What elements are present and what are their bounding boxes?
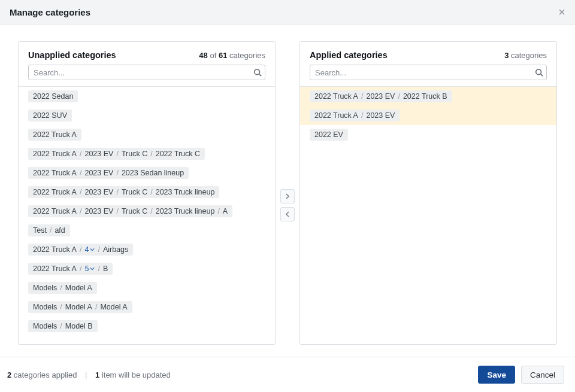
category-pill[interactable]: 2022 Truck A/2023 EV xyxy=(310,110,400,121)
list-item[interactable]: Models/Model A/Model A xyxy=(19,297,275,317)
category-pill[interactable]: 2022 Truck A/4 /Airbags xyxy=(28,244,133,256)
applied-title: Applied categories xyxy=(310,50,388,60)
breadcrumb-segment: 2022 Truck A xyxy=(33,188,77,196)
breadcrumb-segment: 2023 EV xyxy=(84,207,113,215)
breadcrumb-segment: 2022 Truck A xyxy=(33,265,77,273)
close-icon[interactable]: × xyxy=(558,6,565,18)
breadcrumb-separator: / xyxy=(80,207,81,215)
breadcrumb-separator: / xyxy=(361,92,363,101)
breadcrumb-segment: 2023 EV xyxy=(84,188,113,196)
breadcrumb-separator: / xyxy=(116,150,118,158)
list-item[interactable]: 2022 Truck A xyxy=(19,125,275,144)
list-item[interactable]: Test/afd xyxy=(19,221,275,240)
breadcrumb-separator: / xyxy=(80,245,81,254)
category-pill[interactable]: 2022 EV xyxy=(310,129,348,141)
breadcrumb-segment: A xyxy=(223,207,228,215)
breadcrumb-separator: / xyxy=(150,207,152,215)
breadcrumb-separator: / xyxy=(217,207,219,215)
breadcrumb-segment: Truck C xyxy=(122,150,147,158)
breadcrumb-separator: / xyxy=(98,265,99,273)
list-item[interactable]: 2022 Truck A/2023 EV/Truck C/2022 Truck … xyxy=(19,144,275,163)
category-pill[interactable]: Models/Model A xyxy=(28,282,97,294)
breadcrumb-segment: 2022 EV xyxy=(314,130,343,139)
cancel-button[interactable]: Cancel xyxy=(521,366,564,384)
unapplied-panel: Unapplied categories 48 of 61 categories… xyxy=(18,41,276,345)
unapplied-count-total: 61 xyxy=(219,51,227,60)
list-item[interactable]: Models/Model B xyxy=(19,317,275,336)
list-item[interactable]: 2022 EV xyxy=(300,125,556,144)
breadcrumb-segment: Truck C xyxy=(122,188,147,196)
breadcrumb-segment: 2023 EV xyxy=(366,92,395,101)
move-right-button[interactable] xyxy=(280,189,295,203)
category-pill[interactable]: 2022 Truck A/2023 EV/2022 Truck B xyxy=(310,90,452,102)
unapplied-count-shown: 48 xyxy=(199,51,207,60)
footer-applied-count: 2 xyxy=(7,370,11,379)
unapplied-count-of: of xyxy=(210,51,216,60)
breadcrumb-segment: Model B xyxy=(65,322,93,330)
category-pill[interactable]: 2022 Truck A/2023 EV/Truck C/2023 Truck … xyxy=(28,205,232,217)
breadcrumb-segment: 2022 Truck C xyxy=(156,150,200,158)
list-item[interactable]: 2022 Truck A/2023 EV/2023 Sedan lineup xyxy=(19,163,275,183)
list-item[interactable]: 2022 Truck A/2023 EV/Truck C/2023 Truck … xyxy=(19,183,275,202)
breadcrumb-separator: / xyxy=(116,169,118,177)
breadcrumb-separator: / xyxy=(60,303,62,311)
save-button[interactable]: Save xyxy=(478,366,515,384)
dialog-title: Manage categories xyxy=(10,7,90,17)
category-pill[interactable]: Models/Model A/Model A xyxy=(28,301,132,313)
breadcrumb-segment: Models xyxy=(33,303,57,311)
list-item[interactable]: 2022 SUV xyxy=(19,106,275,125)
category-pill[interactable]: Models/Model B xyxy=(28,320,98,332)
breadcrumb-separator: / xyxy=(60,284,62,292)
breadcrumb-segment: Model A xyxy=(100,303,127,311)
category-pill[interactable]: 2022 Truck A/2023 EV/Truck C/2023 Truck … xyxy=(28,186,219,198)
footer-applied-suffix: categories applied xyxy=(14,370,77,379)
list-item[interactable]: 2022 Truck A/2023 EV/2022 Truck B xyxy=(300,87,556,106)
breadcrumb-segment: 2023 Sedan lineup xyxy=(122,169,184,177)
category-pill[interactable]: 2022 Truck A/2023 EV/Truck C/2022 Truck … xyxy=(28,148,205,160)
collapsed-segment[interactable]: 5 xyxy=(84,265,95,273)
breadcrumb-segment: 2023 EV xyxy=(366,111,395,120)
list-item[interactable]: 2022 Sedan xyxy=(19,87,275,106)
category-pill[interactable]: 2022 Sedan xyxy=(28,90,78,102)
applied-search-input[interactable] xyxy=(310,65,547,80)
unapplied-panel-header: Unapplied categories 48 of 61 categories xyxy=(19,42,275,86)
list-item[interactable]: 2022 Truck A/4 /Airbags xyxy=(19,240,275,259)
breadcrumb-segment: 2022 Truck A xyxy=(33,150,77,158)
list-item[interactable]: 2022 Truck A/2023 EV xyxy=(300,106,556,125)
applied-search xyxy=(310,65,547,80)
category-pill[interactable]: 2022 Truck A/5 /B xyxy=(28,263,113,275)
breadcrumb-segment: 2022 Truck B xyxy=(403,92,447,101)
collapsed-segment[interactable]: 4 xyxy=(84,245,95,254)
breadcrumb-segment: Test xyxy=(33,226,47,235)
footer-actions: Save Cancel xyxy=(478,366,564,384)
category-pill[interactable]: 2022 Truck A xyxy=(28,129,81,141)
breadcrumb-segment: 2022 Truck A xyxy=(314,92,358,101)
applied-panel-header: Applied categories 3 categories xyxy=(300,42,556,86)
applied-count: 3 categories xyxy=(504,51,547,60)
breadcrumb-segment: 2022 Truck A xyxy=(33,169,77,177)
dialog-body: Unapplied categories 48 of 61 categories… xyxy=(0,25,575,345)
breadcrumb-separator: / xyxy=(116,188,118,196)
breadcrumb-segment: 2022 Truck A xyxy=(314,111,358,120)
category-pill[interactable]: 2022 Truck A/2023 EV/2023 Sedan lineup xyxy=(28,167,189,179)
footer-updated-suffix: item will be updated xyxy=(102,370,171,379)
breadcrumb-segment: 2023 Truck lineup xyxy=(156,188,215,196)
list-item[interactable]: Models/Model A xyxy=(19,278,275,297)
unapplied-search-input[interactable] xyxy=(28,65,265,80)
breadcrumb-segment: 2022 Sedan xyxy=(33,92,73,101)
applied-list[interactable]: 2022 Truck A/2023 EV/2022 Truck B2022 Tr… xyxy=(300,86,556,344)
breadcrumb-separator: / xyxy=(116,207,118,215)
category-pill[interactable]: 2022 SUV xyxy=(28,110,72,121)
breadcrumb-segment: Models xyxy=(33,284,57,292)
footer-divider: | xyxy=(85,370,87,379)
breadcrumb-segment: 2022 Truck A xyxy=(33,130,77,139)
list-item[interactable]: 2022 Truck A/2023 EV/Truck C/2023 Truck … xyxy=(19,202,275,221)
breadcrumb-separator: / xyxy=(398,92,400,101)
move-left-button[interactable] xyxy=(280,207,295,221)
applied-panel: Applied categories 3 categories 2022 Tru… xyxy=(299,41,557,345)
breadcrumb-segment: Airbags xyxy=(103,245,128,254)
unapplied-list[interactable]: 2022 Sedan2022 SUV2022 Truck A2022 Truck… xyxy=(19,86,275,344)
category-pill[interactable]: Test/afd xyxy=(28,224,70,236)
list-item[interactable]: 2022 Truck A/5 /B xyxy=(19,259,275,278)
breadcrumb-segment: 2022 Truck A xyxy=(33,245,77,254)
